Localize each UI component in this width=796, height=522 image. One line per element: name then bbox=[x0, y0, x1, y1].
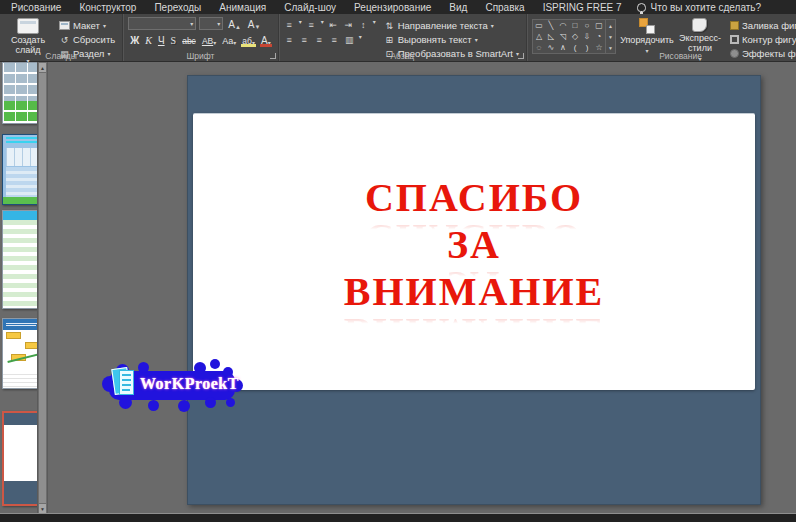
tab-help[interactable]: Справка bbox=[476, 0, 533, 14]
character-spacing-button[interactable]: АВ▾ bbox=[200, 33, 218, 46]
headline-line-3: ВНИМАНИЕ ВНИМАНИЕ bbox=[344, 272, 604, 325]
tab-slideshow[interactable]: Слайд-шоу bbox=[275, 0, 345, 14]
text-direction-button[interactable]: ⇅ Направление текста ▾ bbox=[382, 19, 521, 32]
slide-thumbnail-5-selected[interactable] bbox=[2, 411, 37, 506]
shapes-scroll-up[interactable]: ▲ bbox=[606, 20, 615, 31]
scrollbar-thumb[interactable] bbox=[39, 73, 46, 503]
align-text-button[interactable]: ⊞ Выровнять текст ▾ bbox=[382, 33, 521, 46]
bold-button[interactable]: Ж bbox=[128, 33, 141, 46]
tab-design[interactable]: Конструктор bbox=[70, 0, 145, 14]
ribbon-group-font: ▾ ▾ А▲ А▼ Ж К Ч S abc АВ▾ Аа▾ аб▾ А▾ Шри… bbox=[123, 14, 278, 61]
shape-fill-button[interactable]: Заливка фигуры ▾ bbox=[728, 19, 796, 32]
bullets-button[interactable]: ≡ bbox=[284, 19, 295, 30]
shape-icon[interactable]: ◇ bbox=[569, 31, 581, 42]
thumbnail-top-band bbox=[4, 413, 37, 425]
thumbnail-scrollbar[interactable]: ▲ ▼ bbox=[37, 62, 48, 514]
dropdown-arrow-icon: ▾ bbox=[233, 40, 236, 46]
align-text-icon: ⊞ bbox=[384, 34, 395, 45]
grow-font-button[interactable]: А▲ bbox=[226, 17, 243, 30]
dropdown-arrow-icon: ▾ bbox=[321, 19, 324, 30]
slide-thumbnail-2[interactable] bbox=[2, 134, 37, 205]
shape-icon[interactable]: ◠ bbox=[557, 20, 569, 31]
dropdown-arrow-icon: ▾ bbox=[475, 37, 478, 43]
dropdown-arrow-icon: ▾ bbox=[252, 40, 255, 46]
paragraph-dialog-launcher[interactable] bbox=[518, 53, 524, 59]
slide-canvas[interactable]: СПАСИБО СПАСИБО ЗА ЗА ВНИМАНИЕ ВНИМАНИЕ bbox=[187, 75, 761, 505]
slide-thumbnail-4[interactable] bbox=[2, 318, 37, 389]
drawing-group-label: Рисование bbox=[527, 51, 796, 61]
shape-icon[interactable]: ▢ bbox=[593, 20, 605, 31]
thumbnail-header-band bbox=[3, 211, 37, 220]
tab-drawing[interactable]: Рисование bbox=[2, 0, 70, 14]
strikethrough-label: abc bbox=[182, 36, 196, 46]
shape-icon[interactable]: ◔ bbox=[593, 31, 605, 42]
increase-indent-button[interactable]: ⇥ bbox=[343, 19, 354, 30]
layout-button[interactable]: Макет ▾ bbox=[57, 19, 117, 32]
status-bar bbox=[0, 514, 796, 522]
tab-ispring-free[interactable]: ISPRING FREE 7 bbox=[534, 0, 631, 14]
new-slide-icon bbox=[17, 18, 39, 34]
scrollbar-down-button[interactable]: ▼ bbox=[39, 504, 46, 513]
numbering-button[interactable]: ≡ bbox=[306, 19, 317, 30]
scrollbar-up-button[interactable]: ▲ bbox=[39, 63, 46, 72]
tab-transitions[interactable]: Переходы bbox=[145, 0, 210, 14]
text-shadow-button[interactable]: S bbox=[169, 33, 179, 46]
strikethrough-button[interactable]: abc bbox=[180, 33, 198, 46]
font-group-label: Шрифт bbox=[123, 51, 277, 61]
thumbnail-table-blue bbox=[3, 63, 37, 101]
logo-document-icon bbox=[112, 366, 136, 398]
tab-animations[interactable]: Анимация bbox=[210, 0, 275, 14]
align-right-button[interactable]: ≡ bbox=[314, 34, 325, 45]
headline-line-1: СПАСИБО СПАСИБО bbox=[365, 178, 583, 231]
font-dialog-launcher[interactable] bbox=[270, 53, 276, 59]
slide-content-area[interactable]: СПАСИБО СПАСИБО ЗА ЗА ВНИМАНИЕ ВНИМАНИЕ bbox=[193, 113, 755, 390]
shape-icon[interactable]: ◺ bbox=[545, 31, 557, 42]
font-color-button[interactable]: А▾ bbox=[259, 33, 273, 46]
align-text-label: Выровнять текст bbox=[398, 34, 472, 45]
reset-button[interactable]: ↺ Сбросить bbox=[57, 33, 117, 46]
tell-me-box[interactable]: Что вы хотите сделать? bbox=[637, 2, 762, 13]
slide-thumbnail-1[interactable] bbox=[2, 62, 37, 124]
down-arrow-icon: ▼ bbox=[255, 24, 261, 30]
menu-bar: Рисование Конструктор Переходы Анимация … bbox=[0, 0, 796, 14]
shape-icon[interactable]: ◹ bbox=[557, 31, 569, 42]
shapes-gallery[interactable]: ▭ ╲ ◠ □ ○ ▢ △ ◺ ◹ ◇ ⇩ ◔ ◌ ∿ ∧ ( ) ☆ ▲ bbox=[532, 19, 616, 54]
shape-icon[interactable]: □ bbox=[569, 20, 581, 31]
workproekt-watermark: WorKProekT bbox=[102, 358, 244, 416]
shrink-font-label: А bbox=[248, 19, 255, 30]
thumbnail-header-band bbox=[3, 319, 37, 330]
dropdown-arrow-icon: ▾ bbox=[103, 23, 106, 29]
change-case-button[interactable]: Аа▾ bbox=[220, 33, 238, 46]
align-left-button[interactable]: ≡ bbox=[284, 34, 295, 45]
headline-reflection: ВНИМАНИЕ bbox=[344, 312, 604, 325]
decrease-indent-button[interactable]: ⇤ bbox=[328, 19, 339, 30]
underline-button[interactable]: Ч bbox=[156, 33, 167, 46]
headline-text: ВНИМАНИЕ bbox=[344, 272, 604, 312]
tab-review[interactable]: Рецензирование bbox=[345, 0, 440, 14]
shape-icon[interactable]: ○ bbox=[581, 20, 593, 31]
shape-icon[interactable]: ▭ bbox=[533, 20, 545, 31]
shape-icon[interactable]: △ bbox=[533, 31, 545, 42]
tab-view[interactable]: Вид bbox=[440, 0, 476, 14]
paragraph-group-label: Абзац bbox=[279, 51, 526, 61]
slide-thumbnail-3[interactable] bbox=[2, 210, 37, 309]
font-size-select[interactable]: ▾ bbox=[199, 17, 223, 30]
italic-button[interactable]: К bbox=[143, 33, 154, 46]
char-spacing-label: АВ bbox=[202, 36, 213, 46]
work-area: ▲ ▼ СПАСИБО СПАСИБО ЗА ЗА ВНИМАНИЕ ВНИМА… bbox=[0, 62, 796, 514]
shape-icon[interactable]: ╲ bbox=[545, 20, 557, 31]
line-spacing-button[interactable]: ↕ bbox=[358, 19, 369, 30]
align-center-button[interactable]: ≡ bbox=[299, 34, 310, 45]
change-case-label: Аа bbox=[222, 36, 233, 46]
highlight-color-button[interactable]: аб▾ bbox=[240, 33, 257, 46]
shrink-font-button[interactable]: А▼ bbox=[246, 17, 263, 30]
slide-headline[interactable]: СПАСИБО СПАСИБО ЗА ЗА ВНИМАНИЕ ВНИМАНИЕ bbox=[193, 114, 755, 319]
justify-button[interactable]: ≡ bbox=[329, 34, 340, 45]
shape-outline-button[interactable]: Контур фигуры ▾ bbox=[728, 33, 796, 46]
font-name-select[interactable]: ▾ bbox=[128, 17, 196, 30]
columns-button[interactable]: ▥ bbox=[344, 34, 355, 45]
ribbon-group-slides: Создать слайд ▾ Макет ▾ ↺ Сбросить ▤ Раз… bbox=[0, 14, 123, 61]
shapes-scroll-down[interactable]: ▼ bbox=[606, 31, 615, 42]
shape-icon[interactable]: ⇩ bbox=[581, 31, 593, 42]
arrange-button[interactable]: Упорядочить ▾ bbox=[622, 17, 672, 55]
